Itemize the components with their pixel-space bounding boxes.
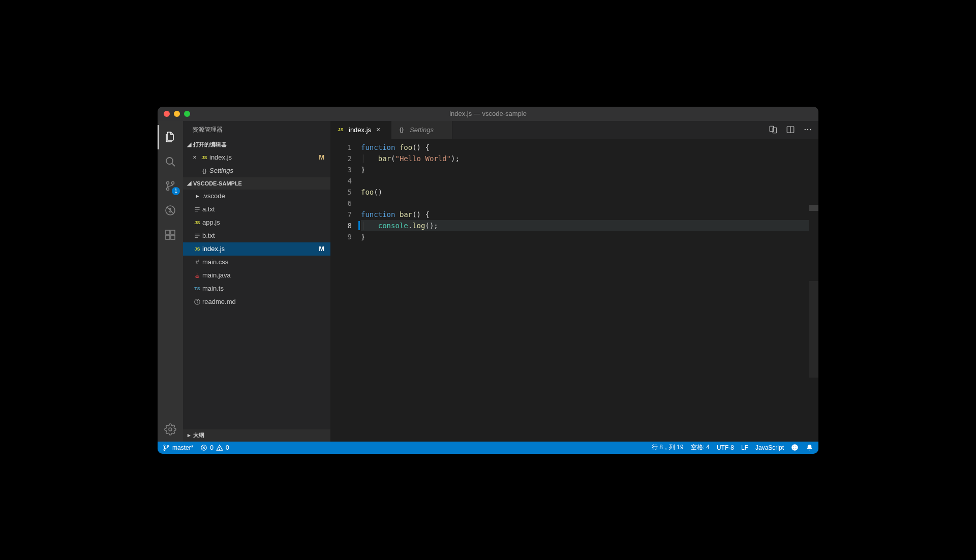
svg-point-22 xyxy=(197,300,197,300)
file-type-icon xyxy=(192,272,202,279)
activity-settings[interactable] xyxy=(158,417,183,442)
split-editor-button[interactable] xyxy=(786,125,795,134)
file-item[interactable]: TSmain.ts xyxy=(183,282,330,295)
chevron-right-icon: ▸ xyxy=(192,193,202,199)
line-number: 9 xyxy=(330,231,352,242)
open-editor-item[interactable]: {}Settings xyxy=(183,164,330,177)
editor-tab[interactable]: {}Settings× xyxy=(391,121,452,139)
close-window-button[interactable] xyxy=(164,111,170,117)
code-area[interactable]: function foo() {│ bar("Hello World");}fo… xyxy=(361,139,809,442)
ellipsis-icon xyxy=(803,125,812,134)
tab-label: index.js xyxy=(349,126,371,134)
file-item[interactable]: JSindex.jsM xyxy=(183,242,330,256)
error-icon xyxy=(200,444,207,451)
code-line[interactable]: } xyxy=(361,231,809,242)
svg-rect-8 xyxy=(166,230,170,234)
svg-rect-10 xyxy=(171,235,175,239)
more-actions-button[interactable] xyxy=(803,125,812,134)
minimap-viewport[interactable] xyxy=(809,281,818,378)
smiley-icon xyxy=(791,444,799,451)
file-type-icon: JS xyxy=(192,246,202,252)
line-number: 2 xyxy=(330,153,352,164)
status-notifications[interactable] xyxy=(806,444,813,451)
maximize-window-button[interactable] xyxy=(184,111,190,117)
activity-explorer[interactable] xyxy=(158,125,183,149)
svg-rect-9 xyxy=(166,235,170,239)
line-number: 6 xyxy=(330,198,352,209)
activity-bar: 1 xyxy=(158,121,183,442)
file-name: .vscode xyxy=(202,192,324,200)
file-item[interactable]: b.txt xyxy=(183,229,330,242)
svg-point-37 xyxy=(219,449,220,449)
file-type-icon: JS xyxy=(192,220,202,225)
file-type-icon xyxy=(192,298,202,305)
status-eol[interactable]: LF xyxy=(741,444,748,451)
code-line[interactable]: foo() xyxy=(361,186,809,198)
folder-name: VSCODE-SAMPLE xyxy=(193,180,242,186)
activity-debug[interactable] xyxy=(158,198,183,223)
svg-point-28 xyxy=(807,129,808,130)
status-encoding[interactable]: UTF-8 xyxy=(717,444,734,451)
file-type-icon: JS xyxy=(336,127,346,132)
svg-point-31 xyxy=(164,449,165,450)
line-number: 7 xyxy=(330,209,352,220)
file-type-icon: JS xyxy=(199,155,209,160)
bell-icon xyxy=(806,444,813,451)
file-name: Settings xyxy=(209,167,324,174)
svg-point-7 xyxy=(170,208,171,209)
status-language[interactable]: JavaScript xyxy=(755,444,784,451)
code-line[interactable] xyxy=(361,198,809,209)
activity-extensions[interactable] xyxy=(158,223,183,247)
file-item[interactable]: #main.css xyxy=(183,256,330,269)
extensions-icon xyxy=(164,229,176,241)
line-number: 3 xyxy=(330,164,352,175)
code-line[interactable]: │ bar("Hello World"); xyxy=(361,153,809,164)
svg-rect-11 xyxy=(171,230,175,234)
file-name: index.js xyxy=(209,153,319,161)
file-item[interactable]: a.txt xyxy=(183,203,330,216)
activity-search[interactable] xyxy=(158,149,183,174)
open-editor-item[interactable]: ×JSindex.jsM xyxy=(183,151,330,164)
compare-changes-button[interactable] xyxy=(769,125,778,134)
status-cursor[interactable]: 行 8，列 19 xyxy=(652,443,684,452)
editor-tab[interactable]: JSindex.js× xyxy=(330,121,391,139)
file-type-icon: {} xyxy=(199,168,209,174)
code-line[interactable]: function foo() { xyxy=(361,142,809,153)
svg-line-1 xyxy=(172,163,175,166)
close-editor-button[interactable]: × xyxy=(190,153,199,161)
file-item[interactable]: readme.md xyxy=(183,295,330,308)
activity-scm[interactable]: 1 xyxy=(158,174,183,198)
titlebar[interactable]: index.js — vscode-sample xyxy=(158,107,818,121)
diff-icon xyxy=(769,125,778,134)
code-line[interactable]: } xyxy=(361,164,809,175)
file-name: main.ts xyxy=(202,285,324,292)
open-editors-header[interactable]: ◢ 打开的编辑器 xyxy=(183,139,330,151)
file-type-icon xyxy=(192,232,202,239)
status-branch[interactable]: master* xyxy=(163,444,193,451)
status-feedback[interactable] xyxy=(791,444,799,451)
status-problems[interactable]: 0 0 xyxy=(200,444,229,451)
status-indent[interactable]: 空格: 4 xyxy=(691,443,710,452)
folder-item[interactable]: ▸.vscode xyxy=(183,190,330,203)
line-number: 5 xyxy=(330,186,352,198)
svg-point-39 xyxy=(794,446,795,447)
code-line[interactable] xyxy=(361,175,809,186)
split-icon xyxy=(786,125,795,134)
tab-bar: JSindex.js×{}Settings× xyxy=(330,121,818,139)
file-type-icon: TS xyxy=(192,286,202,291)
svg-point-27 xyxy=(805,129,806,130)
code-line[interactable]: │ console.log(); xyxy=(361,220,809,231)
outline-header[interactable]: ▸ 大纲 xyxy=(183,429,330,442)
file-item[interactable]: JSapp.js xyxy=(183,216,330,229)
folder-header[interactable]: ◢ VSCODE-SAMPLE xyxy=(183,177,330,190)
minimize-window-button[interactable] xyxy=(174,111,180,117)
warning-count: 0 xyxy=(226,444,229,451)
file-item[interactable]: main.java xyxy=(183,269,330,282)
minimap[interactable] xyxy=(809,139,818,442)
scm-badge: 1 xyxy=(172,187,180,195)
text-editor[interactable]: 123456789 function foo() {│ bar("Hello W… xyxy=(330,139,818,442)
code-line[interactable]: function bar() { xyxy=(361,209,809,220)
close-tab-button[interactable]: × xyxy=(374,126,382,134)
chevron-right-icon: ▸ xyxy=(185,432,193,439)
open-editors-label: 打开的编辑器 xyxy=(193,141,227,148)
